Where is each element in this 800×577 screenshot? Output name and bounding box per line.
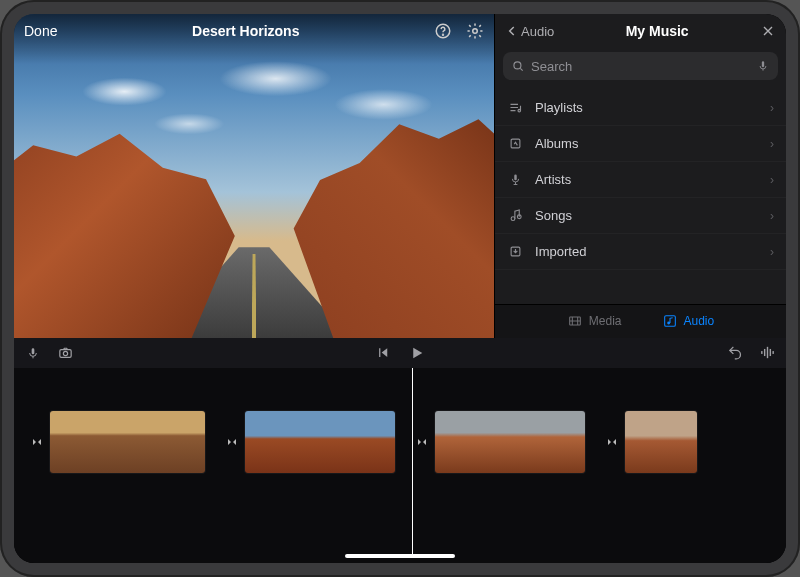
svg-rect-4 xyxy=(762,61,764,67)
svg-rect-14 xyxy=(32,348,35,354)
dictation-icon[interactable] xyxy=(756,59,770,73)
svg-point-1 xyxy=(443,34,444,35)
ipad-frame: Done Desert Horizons xyxy=(0,0,800,577)
menu-item-songs[interactable]: Songs › xyxy=(495,198,786,234)
clips-row xyxy=(14,408,786,476)
play-icon[interactable] xyxy=(408,344,426,362)
panel-header: Audio My Music xyxy=(495,14,786,48)
panel-close-button[interactable] xyxy=(760,23,776,39)
preview-canvas[interactable] xyxy=(14,14,494,338)
search-icon xyxy=(511,59,525,73)
svg-point-16 xyxy=(63,352,67,356)
video-preview: Done Desert Horizons xyxy=(14,14,494,338)
timeline[interactable] xyxy=(14,368,786,563)
search-placeholder: Search xyxy=(531,59,750,74)
timeline-clip[interactable] xyxy=(625,411,697,473)
undo-icon[interactable] xyxy=(726,344,744,362)
transition-icon[interactable] xyxy=(415,435,429,449)
transport-bar xyxy=(14,338,786,368)
preview-header: Done Desert Horizons xyxy=(14,14,494,48)
skip-back-icon[interactable] xyxy=(374,344,392,362)
panel-back-label: Audio xyxy=(521,24,554,39)
tab-media[interactable]: Media xyxy=(567,313,622,329)
artists-icon xyxy=(507,172,523,187)
panel-tabs: Media Audio xyxy=(495,304,786,338)
menu-item-label: Imported xyxy=(535,244,586,259)
tab-audio-label: Audio xyxy=(684,314,715,328)
albums-icon xyxy=(507,136,523,151)
svg-rect-17 xyxy=(761,351,762,354)
chevron-right-icon: › xyxy=(770,209,774,223)
settings-icon[interactable] xyxy=(466,22,484,40)
songs-icon xyxy=(507,208,523,223)
svg-rect-20 xyxy=(769,349,770,356)
imported-icon xyxy=(507,244,523,259)
menu-item-imported[interactable]: Imported › xyxy=(495,234,786,270)
camera-icon[interactable] xyxy=(56,344,74,362)
svg-point-2 xyxy=(473,29,478,34)
tab-media-label: Media xyxy=(589,314,622,328)
panel-title: My Music xyxy=(626,23,689,39)
search-input[interactable]: Search xyxy=(503,52,778,80)
menu-item-label: Artists xyxy=(535,172,571,187)
svg-rect-18 xyxy=(763,349,764,356)
media-icon xyxy=(567,313,583,329)
svg-rect-6 xyxy=(511,139,520,148)
timeline-clip[interactable] xyxy=(50,411,205,473)
menu-item-artists[interactable]: Artists › xyxy=(495,162,786,198)
app-screen: Done Desert Horizons xyxy=(14,14,786,563)
project-title: Desert Horizons xyxy=(192,23,299,39)
chevron-right-icon: › xyxy=(770,137,774,151)
menu-item-label: Songs xyxy=(535,208,572,223)
home-indicator[interactable] xyxy=(345,554,455,558)
menu-item-label: Playlists xyxy=(535,100,583,115)
media-browser-panel: Audio My Music Search xyxy=(494,14,786,338)
voiceover-icon[interactable] xyxy=(24,344,42,362)
timeline-clip[interactable] xyxy=(245,411,395,473)
music-category-list: Playlists › Albums › Artis xyxy=(495,84,786,304)
transition-icon[interactable] xyxy=(30,435,44,449)
menu-item-playlists[interactable]: Playlists › xyxy=(495,90,786,126)
done-button[interactable]: Done xyxy=(24,23,57,39)
playhead[interactable] xyxy=(412,368,413,555)
menu-item-albums[interactable]: Albums › xyxy=(495,126,786,162)
timeline-clip[interactable] xyxy=(435,411,585,473)
chevron-right-icon: › xyxy=(770,173,774,187)
top-area: Done Desert Horizons xyxy=(14,14,786,338)
svg-point-3 xyxy=(514,62,521,69)
panel-back-button[interactable]: Audio xyxy=(505,24,554,39)
transition-icon[interactable] xyxy=(225,435,239,449)
svg-rect-21 xyxy=(772,351,773,354)
transition-icon[interactable] xyxy=(605,435,619,449)
tab-audio[interactable]: Audio xyxy=(662,313,715,329)
menu-item-label: Albums xyxy=(535,136,578,151)
svg-rect-19 xyxy=(766,347,767,358)
chevron-right-icon: › xyxy=(770,101,774,115)
chevron-right-icon: › xyxy=(770,245,774,259)
audio-icon xyxy=(662,313,678,329)
svg-rect-7 xyxy=(514,175,517,181)
help-icon[interactable] xyxy=(434,22,452,40)
playlists-icon xyxy=(507,100,523,115)
audio-waveform-icon[interactable] xyxy=(758,344,776,362)
